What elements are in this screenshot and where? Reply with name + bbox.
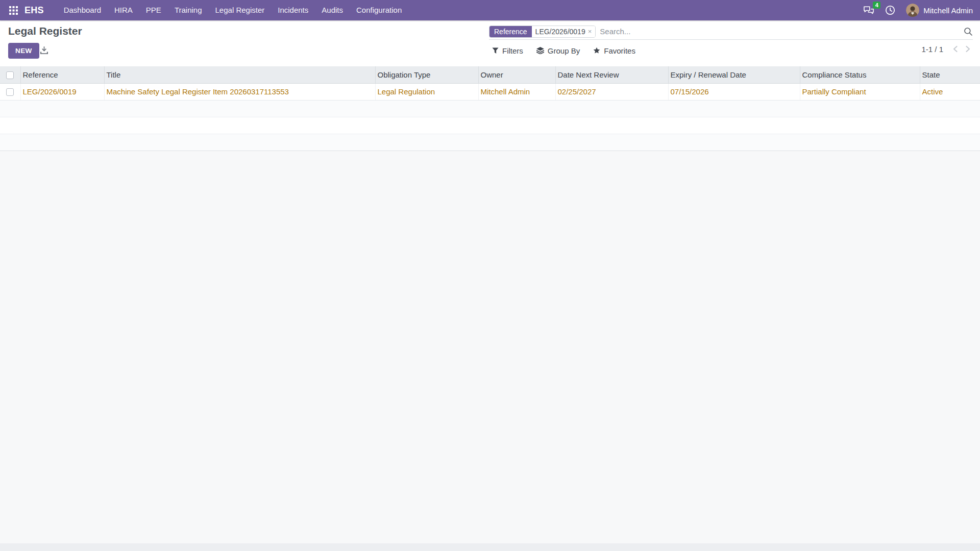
column-header-date-next-review[interactable]: Date Next Review bbox=[555, 66, 668, 83]
empty-row bbox=[0, 117, 980, 134]
navbar-right: 4 Mitchell Admin bbox=[863, 0, 973, 20]
column-header-expiry-renewal-date[interactable]: Expiry / Renewal Date bbox=[668, 66, 800, 83]
avatar bbox=[906, 4, 919, 17]
activities-button[interactable] bbox=[885, 5, 895, 15]
app-window: EHS Dashboard HIRA PPE Training Legal Re… bbox=[0, 0, 980, 551]
search-bar: Reference LEG/2026/0019 × bbox=[489, 24, 973, 40]
search-facet-label: Reference bbox=[489, 26, 532, 37]
pager-range[interactable]: 1-1 / 1 bbox=[921, 45, 947, 54]
search-button[interactable] bbox=[964, 27, 973, 36]
search-input[interactable] bbox=[600, 27, 960, 36]
export-button[interactable] bbox=[40, 46, 48, 55]
pager-previous-button[interactable] bbox=[950, 44, 960, 54]
app-brand[interactable]: EHS bbox=[24, 5, 44, 16]
nav-item-dashboard[interactable]: Dashboard bbox=[57, 0, 108, 20]
row-select-cell bbox=[0, 83, 20, 100]
cell-expiry-renewal-date[interactable]: 07/15/2026 bbox=[668, 83, 800, 100]
cell-owner[interactable]: Mitchell Admin bbox=[478, 83, 555, 100]
page-title: Legal Register bbox=[8, 25, 82, 37]
table-row: LEG/2026/0019 Machine Safety Legal Regis… bbox=[0, 83, 980, 100]
user-menu[interactable]: Mitchell Admin bbox=[906, 4, 973, 17]
navbar-left: EHS Dashboard HIRA PPE Training Legal Re… bbox=[6, 0, 408, 20]
favorites-label: Favorites bbox=[604, 46, 635, 55]
star-icon bbox=[593, 47, 600, 54]
nav-item-legal-register[interactable]: Legal Register bbox=[209, 0, 272, 20]
new-button[interactable]: NEW bbox=[8, 43, 39, 59]
chevron-left-icon bbox=[952, 45, 958, 53]
column-header-title[interactable]: Title bbox=[104, 66, 375, 83]
cell-title[interactable]: Machine Safety Legal Register Item 20260… bbox=[104, 83, 375, 100]
cell-compliance-status[interactable]: Partially Compliant bbox=[800, 83, 920, 100]
search-facet: Reference LEG/2026/0019 × bbox=[489, 26, 596, 38]
horizontal-scrollbar[interactable] bbox=[0, 543, 980, 551]
search-facet-value: LEG/2026/0019 bbox=[535, 28, 585, 36]
cell-obligation-type[interactable]: Legal Regulation bbox=[375, 83, 478, 100]
table-header-row: Reference Title Obligation Type Owner Da… bbox=[0, 66, 980, 83]
filter-funnel-icon bbox=[492, 47, 499, 54]
filters-label: Filters bbox=[502, 46, 523, 55]
column-header-owner[interactable]: Owner bbox=[478, 66, 555, 83]
messages-button[interactable]: 4 bbox=[863, 5, 874, 15]
grid-icon bbox=[9, 6, 18, 15]
nav-item-hira[interactable]: HIRA bbox=[108, 0, 139, 20]
list-view: Reference Title Obligation Type Owner Da… bbox=[0, 66, 980, 151]
download-icon bbox=[40, 46, 48, 55]
column-header-compliance-status[interactable]: Compliance Status bbox=[800, 66, 920, 83]
cell-state[interactable]: Active bbox=[920, 83, 980, 100]
facet-remove-icon[interactable]: × bbox=[588, 28, 592, 35]
messages-count-badge: 4 bbox=[873, 2, 880, 9]
column-header-reference[interactable]: Reference bbox=[20, 66, 104, 83]
favorites-button[interactable]: Favorites bbox=[593, 46, 635, 55]
user-name: Mitchell Admin bbox=[923, 6, 973, 15]
column-header-obligation-type[interactable]: Obligation Type bbox=[375, 66, 478, 83]
group-by-button[interactable]: Group By bbox=[536, 46, 580, 55]
select-all-checkbox[interactable] bbox=[6, 71, 14, 79]
pager: 1-1 / 1 bbox=[921, 44, 973, 54]
row-checkbox[interactable] bbox=[6, 88, 14, 96]
cell-date-next-review[interactable]: 02/25/2027 bbox=[555, 83, 668, 100]
nav-item-training[interactable]: Training bbox=[168, 0, 209, 20]
column-header-state[interactable]: State bbox=[920, 66, 980, 83]
empty-row bbox=[0, 100, 980, 117]
legal-register-table: Reference Title Obligation Type Owner Da… bbox=[0, 66, 980, 151]
content-background bbox=[0, 151, 980, 551]
empty-row bbox=[0, 134, 980, 151]
group-by-label: Group By bbox=[548, 46, 580, 55]
main-menu: Dashboard HIRA PPE Training Legal Regist… bbox=[57, 0, 409, 20]
control-panel: Legal Register Reference LEG/2026/0019 ×… bbox=[0, 20, 980, 66]
top-navbar: EHS Dashboard HIRA PPE Training Legal Re… bbox=[0, 0, 980, 20]
pager-next-button[interactable] bbox=[963, 44, 973, 54]
layers-icon bbox=[536, 47, 544, 54]
cell-reference[interactable]: LEG/2026/0019 bbox=[20, 83, 104, 100]
clock-icon bbox=[885, 5, 895, 15]
nav-item-audits[interactable]: Audits bbox=[315, 0, 350, 20]
search-facet-value-wrap: LEG/2026/0019 × bbox=[532, 26, 596, 37]
search-options: Filters Group By Favorites bbox=[492, 44, 635, 57]
filters-button[interactable]: Filters bbox=[492, 46, 523, 55]
nav-item-configuration[interactable]: Configuration bbox=[350, 0, 408, 20]
select-all-cell bbox=[0, 66, 20, 83]
apps-grid-icon[interactable] bbox=[6, 0, 20, 20]
chevron-right-icon bbox=[965, 45, 971, 53]
nav-item-ppe[interactable]: PPE bbox=[139, 0, 168, 20]
nav-item-incidents[interactable]: Incidents bbox=[271, 0, 315, 20]
search-icon bbox=[964, 27, 973, 36]
